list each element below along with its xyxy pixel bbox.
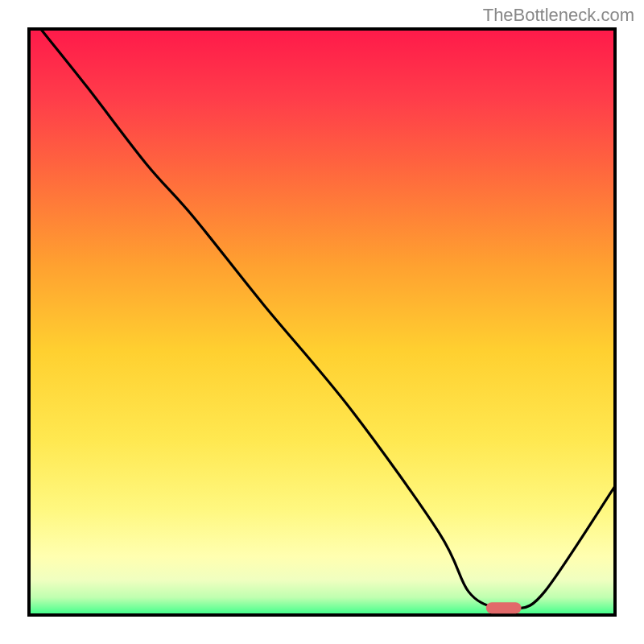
- chart-svg: [0, 0, 644, 644]
- marker-indicator: [486, 602, 522, 613]
- watermark-text: TheBottleneck.com: [483, 5, 634, 26]
- plot-background: [29, 29, 615, 615]
